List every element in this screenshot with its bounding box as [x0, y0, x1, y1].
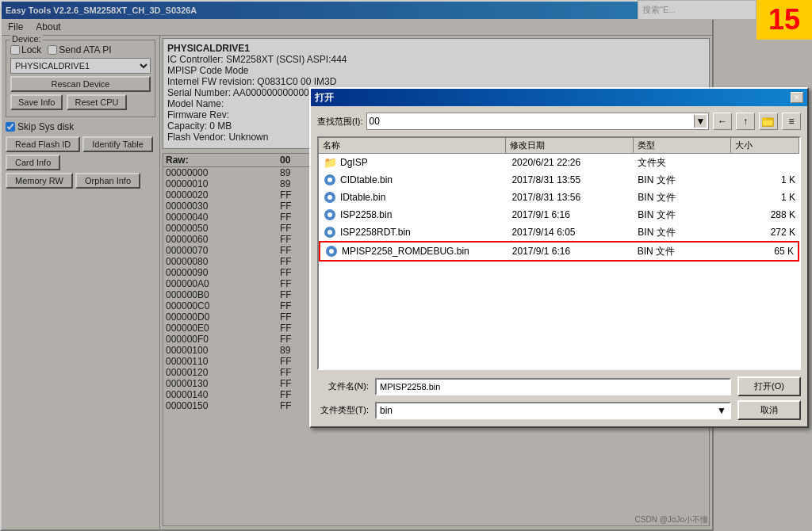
- folder-icon: 📁: [323, 155, 337, 170]
- list-item[interactable]: IDtable.bin 2017/8/31 13:56 BIN 文件 1 K: [319, 189, 799, 206]
- up-button[interactable]: ↑: [736, 113, 755, 130]
- svg-rect-2: [762, 118, 767, 120]
- location-combo-arrow[interactable]: ▼: [694, 115, 707, 128]
- cancel-button[interactable]: 取消: [737, 400, 801, 420]
- new-folder-button[interactable]: [759, 113, 778, 130]
- file-size: 1 K: [733, 192, 795, 203]
- file-date: 2017/8/31 13:55: [511, 174, 638, 185]
- col-header-name[interactable]: 名称: [319, 138, 506, 153]
- view-button[interactable]: ≡: [782, 113, 801, 130]
- file-list-area[interactable]: 名称 修改日期 类型 大小 📁DgISP 2020/6/21 22:26 文件夹…: [317, 136, 801, 370]
- file-size: 272 K: [733, 227, 795, 238]
- file-icon: [323, 225, 337, 239]
- list-item[interactable]: MPISP2258_ROMDEBUG.bin 2017/9/1 6:16 BIN…: [319, 241, 799, 262]
- dialog-content: 查找范围(I): 00 ▼ ← ↑ ≡ 名称 修改日期 类型 大: [311, 106, 807, 426]
- file-icon: [323, 208, 337, 222]
- svg-point-4: [327, 178, 332, 182]
- filename-input[interactable]: [375, 378, 731, 395]
- file-name: 📁DgISP: [323, 155, 511, 170]
- file-type: BIN 文件: [638, 191, 732, 204]
- list-item[interactable]: ISP2258RDT.bin 2017/9/14 6:05 BIN 文件 272…: [319, 223, 799, 241]
- filename-row: 文件名(N): 打开(O): [317, 376, 801, 396]
- file-name: IDtable.bin: [323, 190, 511, 204]
- col-header-date[interactable]: 修改日期: [506, 138, 634, 153]
- file-name: MPISP2258_ROMDEBUG.bin: [324, 244, 512, 258]
- back-button[interactable]: ←: [713, 113, 732, 130]
- location-combo[interactable]: 00 ▼: [366, 113, 709, 130]
- col-header-size[interactable]: 大小: [731, 138, 799, 153]
- file-name: ISP2258.bin: [323, 208, 511, 222]
- file-icon: [323, 190, 337, 204]
- file-type: BIN 文件: [638, 208, 732, 222]
- file-name: CIDtable.bin: [323, 173, 511, 187]
- file-list-body: 📁DgISP 2020/6/21 22:26 文件夹 CIDtable.bin …: [319, 154, 799, 262]
- file-type: 文件夹: [638, 156, 732, 170]
- file-type: BIN 文件: [638, 245, 731, 258]
- filename-label: 文件名(N):: [317, 380, 369, 392]
- dialog-title-bar: 打开 ✕: [311, 89, 807, 106]
- svg-point-6: [327, 195, 332, 200]
- file-icon: [323, 173, 337, 187]
- file-icon: [324, 244, 339, 258]
- file-date: 2017/9/1 6:16: [512, 246, 638, 257]
- dialog-toolbar: 查找范围(I): 00 ▼ ← ↑ ≡: [317, 113, 801, 130]
- svg-point-8: [327, 212, 332, 217]
- list-item[interactable]: 📁DgISP 2020/6/21 22:26 文件夹: [319, 154, 799, 171]
- svg-point-12: [329, 249, 334, 254]
- file-list-header: 名称 修改日期 类型 大小: [319, 138, 799, 154]
- file-date: 2017/8/31 13:56: [511, 192, 638, 203]
- list-item[interactable]: ISP2258.bin 2017/9/1 6:16 BIN 文件 288 K: [319, 206, 799, 223]
- open-button[interactable]: 打开(O): [737, 376, 801, 396]
- file-size: 65 K: [731, 246, 794, 257]
- dialog-close-button[interactable]: ✕: [791, 92, 803, 103]
- file-date: 2017/9/14 6:05: [511, 227, 638, 238]
- dialog-title-text: 打开: [315, 91, 334, 105]
- file-date: 2020/6/21 22:26: [511, 157, 638, 168]
- file-size: 288 K: [733, 209, 795, 220]
- file-name: ISP2258RDT.bin: [323, 225, 511, 239]
- svg-point-10: [327, 230, 332, 235]
- list-item[interactable]: CIDtable.bin 2017/8/31 13:55 BIN 文件 1 K: [319, 171, 799, 189]
- file-type: BIN 文件: [638, 174, 732, 187]
- dialog-bottom: 文件名(N): 打开(O) 文件类型(T): bin ▼ 取消: [317, 376, 801, 420]
- location-value: 00: [369, 116, 379, 127]
- number-badge: 15: [756, 0, 812, 40]
- location-label: 查找范围(I):: [317, 116, 362, 128]
- file-date: 2017/9/1 6:16: [511, 209, 638, 220]
- col-header-type[interactable]: 类型: [634, 138, 731, 153]
- file-type: BIN 文件: [638, 226, 732, 239]
- file-size: 1 K: [733, 174, 795, 185]
- svg-rect-1: [762, 120, 773, 126]
- open-file-dialog: 打开 ✕ 查找范围(I): 00 ▼ ← ↑ ≡ 名称: [309, 87, 809, 428]
- filetype-row: 文件类型(T): bin ▼ 取消: [317, 400, 801, 420]
- filetype-value: bin: [380, 405, 393, 416]
- filetype-combo[interactable]: bin ▼: [375, 402, 731, 419]
- filetype-label: 文件类型(T):: [317, 404, 369, 416]
